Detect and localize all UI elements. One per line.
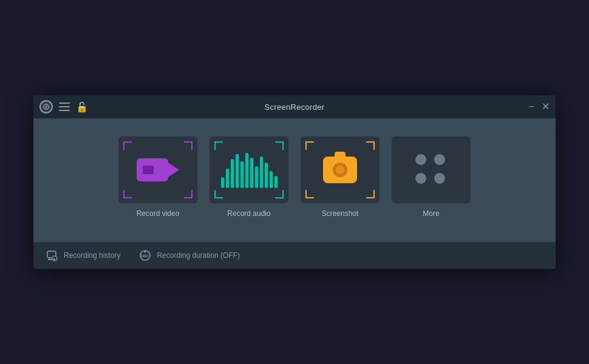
window-title: ScreenRecorder xyxy=(265,103,325,112)
recording-history-item[interactable]: ▶ Recording history xyxy=(46,249,120,262)
more-dot xyxy=(434,154,445,165)
duration-icon: REC xyxy=(138,249,152,262)
corner-tr-screenshot xyxy=(366,141,375,150)
more-dot xyxy=(415,173,426,184)
svg-text:REC: REC xyxy=(141,254,149,258)
audio-bar xyxy=(250,158,253,188)
main-content: Record video xyxy=(33,118,556,242)
card-box-audio xyxy=(209,136,288,203)
lock-icon[interactable]: 🔓 xyxy=(76,101,88,113)
corner-br-screenshot xyxy=(366,190,375,198)
recording-duration-label: Recording duration (OFF) xyxy=(157,251,240,260)
audio-bar xyxy=(236,154,239,188)
audio-bar xyxy=(270,171,273,188)
menu-icon[interactable] xyxy=(59,103,70,111)
card-label-more: More xyxy=(423,209,439,218)
corner-br-video xyxy=(184,190,192,198)
audio-bar xyxy=(255,166,258,188)
audio-bar xyxy=(265,163,268,188)
card-record-audio[interactable]: Record audio xyxy=(209,136,288,218)
more-dot xyxy=(434,173,445,184)
audio-bar xyxy=(226,169,229,188)
screenshot-icon xyxy=(322,152,358,188)
video-body xyxy=(137,158,168,181)
svg-point-9 xyxy=(145,251,146,253)
video-triangle xyxy=(168,163,179,177)
card-box-more xyxy=(392,136,471,203)
history-icon: ▶ xyxy=(46,249,59,262)
titlebar: 🔓 ScreenRecorder − ✕ xyxy=(33,95,556,118)
camera-lens-inner xyxy=(336,166,344,174)
card-box-screenshot xyxy=(301,136,380,203)
recording-duration-item[interactable]: REC Recording duration (OFF) xyxy=(138,249,240,262)
corner-bl-video xyxy=(123,190,132,198)
corner-tr-audio xyxy=(275,141,284,150)
audio-bar xyxy=(221,177,224,188)
recording-history-label: Recording history xyxy=(64,251,120,260)
svg-point-1 xyxy=(46,106,47,108)
more-icon xyxy=(415,154,447,186)
card-label-audio: Record audio xyxy=(227,209,270,218)
bottom-bar: ▶ Recording history REC Recording durati… xyxy=(33,242,556,269)
cards-row: Record video xyxy=(118,136,471,218)
card-box-video xyxy=(118,136,197,203)
corner-br-audio xyxy=(275,190,284,198)
corner-bl-audio xyxy=(214,190,223,198)
window-controls: − ✕ xyxy=(529,102,550,112)
corner-tl-screenshot xyxy=(305,141,314,150)
app-window: 🔓 ScreenRecorder − ✕ xyxy=(33,95,556,269)
audio-bar xyxy=(240,161,243,188)
card-label-video: Record video xyxy=(137,209,180,218)
card-label-screenshot: Screenshot xyxy=(322,209,359,218)
titlebar-left: 🔓 xyxy=(39,100,88,113)
close-button[interactable]: ✕ xyxy=(542,102,550,112)
video-lens xyxy=(143,166,154,174)
card-more[interactable]: More xyxy=(392,136,471,218)
corner-tl-audio xyxy=(214,141,223,150)
audio-bar xyxy=(274,176,277,188)
card-screenshot[interactable]: Screenshot xyxy=(301,136,380,218)
audio-icon xyxy=(221,152,277,188)
card-record-video[interactable]: Record video xyxy=(118,136,197,218)
app-icon xyxy=(39,100,53,113)
audio-bar xyxy=(260,157,263,188)
more-dot xyxy=(415,154,426,165)
audio-bar xyxy=(245,153,248,188)
audio-bar xyxy=(231,159,234,188)
camera-body xyxy=(323,157,357,183)
camera-lens-outer xyxy=(333,163,347,177)
corner-tr-video xyxy=(184,141,192,150)
minimize-button[interactable]: − xyxy=(529,102,534,112)
svg-text:▶: ▶ xyxy=(53,257,56,261)
corner-tl-video xyxy=(123,141,132,150)
camera-bump xyxy=(335,152,346,158)
video-icon xyxy=(137,155,179,185)
corner-bl-screenshot xyxy=(305,190,314,198)
